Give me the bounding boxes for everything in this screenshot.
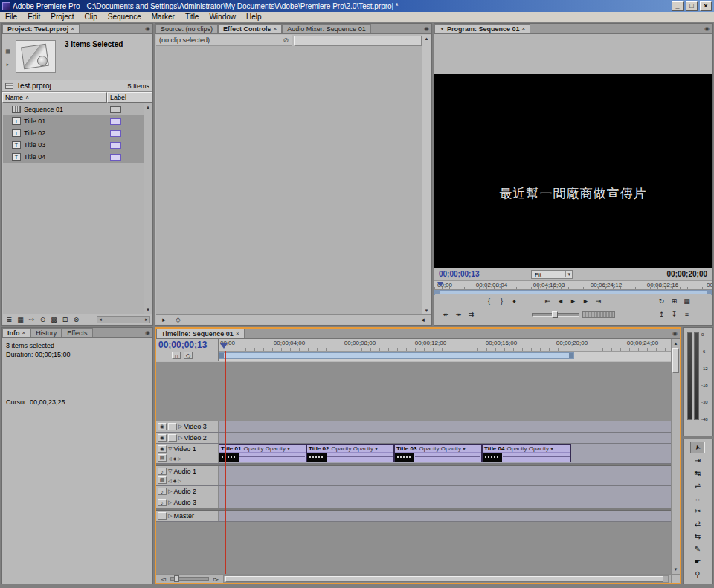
clip-fx-selector[interactable]: Opacity:Opacity ▾	[331, 445, 378, 452]
tab-program[interactable]: ▼ Program: Sequence 01 ×	[434, 24, 530, 33]
panel-menu-icon[interactable]: ◉	[424, 25, 429, 32]
project-item-title-04[interactable]: T Title 04	[3, 151, 144, 163]
snap-toggle-icon[interactable]: ∩	[172, 352, 181, 359]
set-marker-icon[interactable]: ◇	[184, 352, 193, 359]
new-item-icon[interactable]: ⊞	[60, 315, 70, 324]
playhead-line[interactable]	[225, 351, 226, 574]
chevron-down-icon[interactable]: ▾	[565, 271, 572, 277]
set-in-point-button[interactable]: {	[484, 297, 494, 306]
shuttle-slider[interactable]	[532, 313, 579, 317]
add-keyframe-icon[interactable]: ◆	[173, 478, 177, 483]
opacity-rubber-band[interactable]	[503, 456, 570, 457]
program-time-ruler[interactable]: 00;00 00;02;08;04 00;04;16;08 00;06;24;1…	[434, 280, 712, 290]
close-button[interactable]: ×	[700, 1, 712, 11]
export-frame-button[interactable]: ≡	[682, 310, 692, 319]
menu-help[interactable]: Help	[241, 13, 267, 21]
speaker-icon[interactable]: ♪	[158, 499, 167, 506]
clip-title-03[interactable]: Title 03 Opacity:Opacity ▾	[394, 444, 482, 462]
track-lane-audio-3[interactable]	[219, 497, 671, 508]
zoom-in-icon[interactable]: ▻	[211, 575, 221, 584]
tab-info[interactable]: Info ×	[2, 328, 30, 337]
scroll-up-icon[interactable]: ▲	[425, 35, 429, 42]
scroll-down-icon[interactable]: ▼	[425, 307, 429, 314]
tool-pen[interactable]: ✎	[690, 543, 705, 555]
menu-project[interactable]: Project	[45, 13, 79, 21]
scroll-up-icon[interactable]: ▲	[146, 103, 150, 111]
tab-timeline-close-icon[interactable]: ×	[236, 329, 239, 338]
expand-icon[interactable]: ▽	[168, 446, 172, 452]
menu-sequence[interactable]: Sequence	[103, 13, 147, 21]
lock-toggle-box[interactable]	[158, 512, 167, 520]
set-out-point-button[interactable]: }	[497, 297, 506, 306]
panel-menu-icon[interactable]: ◉	[145, 25, 150, 32]
clip-fx-selector[interactable]: Opacity:Opacity ▾	[419, 445, 466, 452]
collapse-icon[interactable]: ▷	[168, 488, 172, 494]
track-header-audio-2[interactable]: ♪ ▷ Audio 2	[156, 486, 219, 497]
next-keyframe-icon[interactable]: ▷	[178, 478, 181, 483]
tab-effect-controls-close-icon[interactable]: ×	[274, 25, 277, 33]
scroll-right-icon[interactable]: ►	[144, 316, 149, 323]
project-root-row[interactable]: Test.prproj 5 Items	[2, 80, 152, 92]
go-to-in-button[interactable]: ⇤	[543, 297, 553, 306]
previous-keyframe-icon[interactable]: ◁	[168, 456, 172, 461]
track-lane-video-2[interactable]	[219, 433, 671, 443]
minimize-button[interactable]: _	[672, 1, 684, 11]
column-header-name[interactable]: Name ∧	[2, 92, 107, 103]
tool-rolling-edit[interactable]: ⇌	[690, 479, 705, 491]
go-to-previous-edit-button[interactable]: ↞	[441, 310, 451, 319]
lock-toggle-box[interactable]	[168, 434, 177, 442]
timeline-vertical-scrollbar[interactable]: ▲ ▼	[671, 339, 680, 574]
tool-selection[interactable]: ➤	[690, 442, 705, 453]
vertical-scroll-thumb[interactable]	[672, 348, 679, 373]
list-view-icon[interactable]: ≣	[4, 315, 14, 324]
clip-title-02[interactable]: Title 02 Opacity:Opacity ▾	[306, 444, 394, 462]
tab-history[interactable]: History	[30, 328, 62, 337]
eye-icon[interactable]: ◉	[158, 423, 167, 430]
opacity-rubber-band[interactable]	[415, 456, 480, 457]
zoom-level-select[interactable]: Fit ▾	[531, 270, 573, 279]
project-vertical-scrollbar[interactable]: ▲ ▼	[144, 103, 152, 314]
track-lane-video-3[interactable]	[219, 421, 671, 432]
zoom-out-icon[interactable]: ◅	[158, 575, 168, 584]
program-current-timecode[interactable]: 00;00;00;13	[439, 270, 479, 278]
panel-menu-icon[interactable]: ◉	[145, 329, 150, 336]
tab-program-close-icon[interactable]: ×	[521, 25, 525, 33]
tab-info-close-icon[interactable]: ×	[22, 329, 26, 337]
timeline-current-timecode[interactable]: 00;00;00;13	[158, 340, 216, 350]
tool-razor[interactable]: ✂	[690, 505, 705, 517]
clip-fx-selector[interactable]: Opacity:Opacity ▾	[243, 445, 290, 452]
find-icon[interactable]: ⊙	[38, 315, 48, 324]
loop-button[interactable]: ↻	[657, 297, 666, 306]
speaker-icon[interactable]: ♪	[158, 488, 167, 495]
work-area-bar[interactable]	[219, 352, 574, 359]
collapse-icon[interactable]: ▷	[178, 435, 182, 441]
previous-keyframe-icon[interactable]: ◁	[168, 478, 172, 483]
tab-source[interactable]: Source: (no clips)	[155, 24, 218, 33]
tab-project[interactable]: Project: Test.prproj ×	[2, 24, 80, 33]
tool-ripple-edit[interactable]: ↹	[690, 467, 705, 479]
clip-title-01[interactable]: Title 01 Opacity:Opacity ▾	[219, 444, 306, 462]
maximize-button[interactable]: □	[686, 1, 698, 11]
add-keyframe-icon[interactable]: ◆	[173, 456, 177, 461]
label-color-box[interactable]	[110, 106, 121, 113]
jog-dial[interactable]	[582, 311, 615, 318]
next-keyframe-icon[interactable]: ▷	[178, 456, 181, 461]
tab-effect-controls[interactable]: Effect Controls ×	[218, 24, 282, 33]
track-header-master[interactable]: ▷ Master	[156, 511, 219, 521]
title-bar[interactable]: Adobe Premiere Pro - C:\Documents and Se…	[0, 0, 714, 12]
toggle-animation-icon[interactable]: ◇	[173, 315, 183, 324]
track-display-style-icon[interactable]: ▤	[158, 454, 167, 462]
lift-button[interactable]: ↥	[657, 310, 666, 319]
playhead-caret[interactable]	[220, 343, 228, 352]
track-display-style-icon[interactable]: ▤	[158, 476, 167, 484]
set-marker-button[interactable]: ♦	[509, 297, 519, 306]
menu-marker[interactable]: Marker	[147, 13, 180, 21]
previous-keyframe-icon[interactable]: ◂	[418, 315, 428, 324]
menu-file[interactable]: File	[0, 13, 22, 21]
tab-audio-mixer[interactable]: Audio Mixer: Sequence 01	[282, 24, 371, 33]
expand-icon[interactable]: ▽	[168, 468, 172, 474]
go-to-next-edit-button[interactable]: ↠	[454, 310, 463, 319]
tab-effects[interactable]: Effects	[62, 328, 92, 337]
opacity-rubber-band[interactable]	[327, 456, 393, 457]
scroll-down-icon[interactable]: ▼	[672, 566, 680, 573]
